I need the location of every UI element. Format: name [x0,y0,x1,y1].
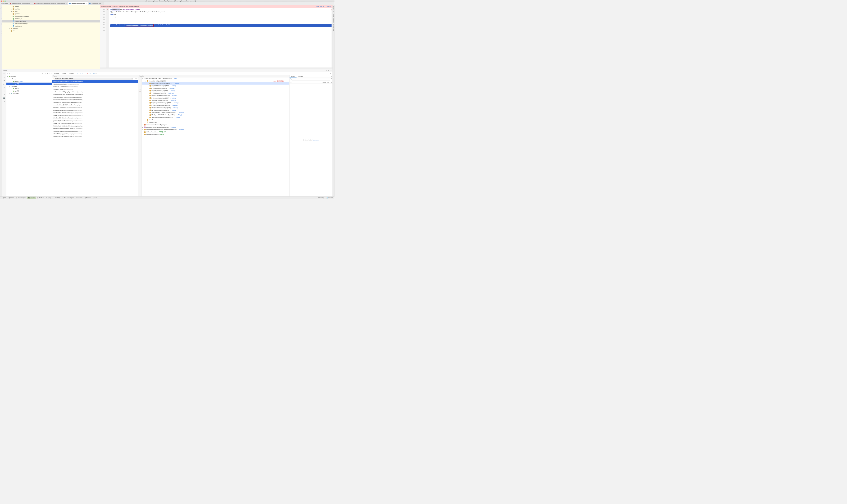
expand-icon[interactable]: ▸ [148,102,149,104]
stack-frame[interactable]: refresh:754, SpringApplication (org.spri… [52,133,138,135]
tostring-link[interactable]: ... toString() [170,90,175,91]
tree-node[interactable]: IDatabaseType [2,18,100,20]
stack-frame[interactable]: :76, JdbcConnectionFactory (org.flywaydb… [52,83,138,86]
evaluate-icon[interactable]: ▦ [93,73,94,74]
svc-action-icon[interactable]: 📷 [3,97,5,99]
stack-frame[interactable]: getDatabaseTypeForConnection:106, Databa… [52,80,138,83]
expand-icon[interactable]: ▸ [148,105,149,106]
run-config-node[interactable]: ▾▸Running [6,78,52,80]
tostring-link[interactable]: ... toString() [169,88,175,89]
tostring-link[interactable]: ... toString() [172,107,178,108]
close-tab-icon[interactable]: × [31,3,32,4]
tostring-link[interactable]: ... toString() [172,105,178,106]
rail-btn[interactable]: Bean Validation [333,24,334,31]
expand-icon[interactable]: ▸ [142,129,144,130]
status-bar[interactable]: ↗9: Git≡6: TODO☕Java Enterprise⬢8: Servi… [0,197,335,199]
close-icon[interactable] [1,0,2,2]
add-watch-icon[interactable]: + [140,78,140,79]
variables-toolbar[interactable]: + − ↑ ↓ ⧉ 👓 [138,77,142,197]
run-to-cursor-icon[interactable]: →| [89,73,91,74]
expand-icon[interactable]: ▾ [9,78,11,80]
tostring-link[interactable]: ... toString() [174,83,179,84]
status-btn[interactable]: ≡6: TODO [7,197,15,199]
memory-panel[interactable]: Memory Overhead ▾ 🔍 ⚙ [289,75,333,196]
variable-row[interactable]: ▸≡0 = {CockroachDBDatabaseType@5751} ...… [142,82,289,85]
stack-frame[interactable]: createBean:524, AbstractAutowireCapableB… [52,101,138,104]
run-config-node[interactable]: ▾✓Finished [6,85,52,87]
tree-node[interactable]: CInsertRowLock [2,25,100,27]
expand-icon[interactable]: ▸ [148,117,149,118]
variable-row[interactable]: ≡databaseProductVersion = "8.0.22" [142,133,289,136]
layout-icon[interactable]: ≡ [77,73,78,74]
variable-row[interactable]: fsize = 15 [142,119,289,121]
expand-icon[interactable]: ▸ [9,28,10,29]
overhead-tab[interactable]: Overhead [297,75,304,78]
tostring-link[interactable]: ... toString() [178,112,184,113]
tree-node[interactable]: ▸snowflake [2,8,100,10]
run-configurations-tree[interactable]: ⤢▾ ⊞ ▽ ⇥ | » ▾❀Spring Boot▾▸Running❀App … [6,72,52,197]
editor-hscroll[interactable] [100,68,333,69]
variable-row[interactable]: ▾felementData = {Object[15]@5750} [142,80,289,82]
status-btn[interactable]: 🔨Build [92,197,98,199]
variable-row[interactable]: ▸≡7 = {OracleDatabaseType@5758} ... toSt… [142,99,289,102]
gear-icon[interactable]: ⚙ [331,78,332,80]
expand-icon[interactable]: ▸ [11,11,12,12]
stack-frame[interactable]: getSingleton:234, DefaultSingletonBeanRe… [52,109,138,111]
editor[interactable]: Library source does not match the byteco… [100,5,333,69]
rail-btn[interactable]: 1: Project [0,6,2,10]
editor-tab[interactable]: 255-springboot-demo-flyway-mysql8-jpa/..… [33,2,68,5]
show-diff-link[interactable]: Show diff [327,6,331,7]
trace-icon[interactable]: ⋯ [95,73,97,74]
svc-action-icon[interactable]: ↻ [3,73,5,75]
tree-node[interactable]: ▸info [2,30,100,32]
prev-frame-icon[interactable]: ↑ [134,78,134,79]
variables-panel[interactable]: Variables + − ↑ ↓ ⧉ 👓 [138,75,289,196]
filter-frames-icon[interactable]: ▼ [137,78,138,79]
editor-tab[interactable]: DatabaseTypeRegister.java× [68,2,88,5]
status-btn[interactable]: ☕Java Enterprise [15,197,27,199]
expand-icon[interactable]: ▸ [148,107,149,108]
svc-action-icon[interactable]: ⏸ [3,87,5,88]
svc-tree-toolbar[interactable]: ⤢▾ ⊞ ▽ ⇥ | » [6,72,52,75]
debugger-tabs[interactable]: DebuggerConsoleEndpoints≡|↷↓↓↑✕→||▦⋯⊞ [52,72,333,75]
memory-search-input[interactable] [292,78,330,80]
load-classes-link[interactable]: Load classes [313,139,319,141]
tree-node[interactable]: ▸exception [2,27,100,30]
error-icon[interactable]: ! [332,8,332,11]
status-btn[interactable]: 📊VisualGC [325,197,334,199]
stack-frame[interactable]: refreshContext:434, SpringApplication (o… [52,135,138,138]
left-tool-rail[interactable]: 1: Project7: StructureCommit2: Favorites… [0,5,2,196]
expand-icon[interactable]: ▸ [148,88,149,89]
stack-frame[interactable]: initializeBean:1782, AbstractAutowireCap… [52,96,138,98]
tostring-link[interactable]: ... toString() [168,93,174,94]
filter-icon[interactable]: ▽ [45,73,46,74]
rail-btn[interactable]: Ant [333,11,334,13]
rail-btn[interactable]: 2: Favorites [0,23,2,29]
status-btn[interactable]: ⊘SonarLint [75,197,84,199]
open-class-file-link[interactable]: Open .class file [316,6,324,7]
status-btn[interactable]: ❀Spring [45,197,52,199]
expand-icon[interactable]: ▸ [11,13,12,15]
debugger-tab[interactable]: Console [61,72,67,75]
stack-frame[interactable]: execute:147, FlywayExecutor (org.flywayd… [52,86,138,88]
stack-frame[interactable]: getObject:-1, 1627883152 (org.springfram… [52,106,138,109]
rail-btn[interactable]: Persistence [0,33,2,39]
glasses-icon[interactable]: 👓 [139,91,141,93]
tostring-link[interactable]: ... toString() [171,97,176,99]
gutter[interactable]: 100101102103104105106107108 [100,8,106,68]
status-btn[interactable]: ▣Terminal [84,197,91,199]
expand-icon[interactable]: ▸ [148,95,149,96]
expand-icon[interactable]: ▸ [9,30,10,32]
minimize-icon[interactable] [3,0,4,2]
variable-row[interactable]: ▸≡2 = {DB2DatabaseType@5753} ... toStrin… [142,87,289,90]
variable-row[interactable]: ▸≡1 = {RedshiftDatabaseType@5752} ... to… [142,85,289,87]
variable-row[interactable]: ▸sstatic members of DatabaseTypeRegister [142,124,289,126]
tree-node[interactable]: CDefaultExecutionStrategy [2,22,100,25]
down-icon[interactable]: ↓ [140,86,140,87]
code-area[interactable]: ! 100101102103104105106107108 ● for (Dat… [100,8,333,68]
svc-action-icon[interactable]: ⤓ [3,76,5,78]
status-btn[interactable]: ●1 Event Log [316,197,325,199]
variable-row[interactable]: ▸≡11 = {SQLiteDatabaseType@5762} ... toS… [142,109,289,111]
status-btn[interactable]: ✔CheckStyle [52,197,61,199]
memory-tab[interactable]: Memory [289,75,297,78]
